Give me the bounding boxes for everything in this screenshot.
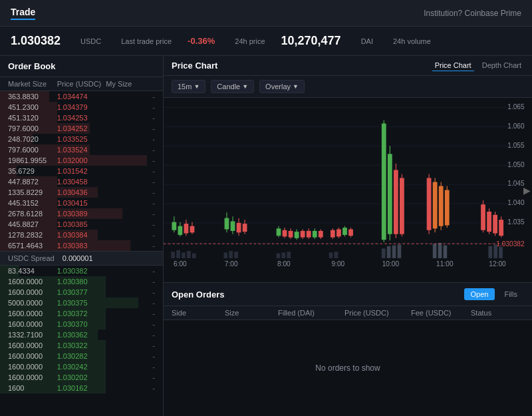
ask-row[interactable]: 451.2300 1.034379 -	[0, 102, 163, 112]
ask-my-size: -	[106, 199, 155, 207]
ask-row[interactable]: 451.3120 1.034253 -	[0, 112, 163, 123]
bid-row[interactable]: 1600.0000 1.030370 -	[0, 319, 163, 329]
ask-row[interactable]: 35.6729 1.031542 -	[0, 166, 163, 176]
svg-rect-39	[398, 244, 402, 258]
ask-size: 363.8830	[8, 93, 57, 101]
bid-price: 1.030282	[57, 352, 106, 360]
svg-rect-25	[182, 252, 186, 258]
bid-my-size: -	[106, 310, 155, 317]
ask-row[interactable]: 248.7020 1.033525 -	[0, 134, 163, 144]
svg-rect-23	[171, 252, 175, 258]
bid-size: 1332.7100	[8, 331, 57, 339]
svg-rect-37	[387, 246, 391, 258]
ask-row[interactable]: 1335.8229 1.030436 -	[0, 187, 163, 198]
ask-row[interactable]: 363.8830 1.034474 -	[0, 91, 163, 102]
candlestick-chart: 1.065 1.060 1.055 1.050 1.045 1.040 1.03…	[164, 98, 532, 282]
ask-price: 1.034252	[57, 124, 106, 132]
svg-text:9:00: 9:00	[331, 260, 344, 268]
chart-controls: 15m ▼ Candle ▼ Overlay ▼	[164, 76, 532, 98]
ask-row[interactable]: 797.6000 1.033524 -	[0, 144, 163, 155]
header-right: Institution? Coinbase Prime	[424, 9, 521, 18]
tab-fills[interactable]: Fills	[497, 288, 524, 300]
svg-text:1.055: 1.055	[507, 140, 525, 148]
bid-row[interactable]: 1600.0000 1.030242 -	[0, 361, 163, 372]
svg-rect-47	[172, 222, 176, 230]
bids-section: 83.4334 1.030382 - 1600.0000 1.030380 - …	[0, 266, 163, 416]
svg-rect-32	[282, 252, 286, 258]
ask-price: 1.033525	[57, 135, 106, 143]
svg-rect-83	[342, 228, 347, 235]
bid-row[interactable]: 1332.7100 1.030362 -	[0, 329, 163, 340]
svg-rect-65	[283, 230, 287, 237]
tab-price-chart[interactable]: Price Chart	[432, 60, 474, 71]
svg-text:12:00: 12:00	[489, 260, 506, 268]
svg-text:1.030382: 1.030382	[496, 239, 525, 247]
timeframe-label: 15m	[178, 83, 192, 91]
bid-row[interactable]: 1600 1.030162 -	[0, 383, 163, 393]
overlay-button[interactable]: Overlay ▼	[259, 80, 305, 93]
svg-rect-31	[277, 254, 281, 258]
ask-price: 1.030415	[57, 199, 106, 207]
svg-text:1.035: 1.035	[507, 218, 525, 226]
svg-text:11:00: 11:00	[436, 260, 454, 268]
orders-tabs: Open Fills	[464, 288, 524, 300]
ask-size: 6571.4643	[8, 242, 57, 250]
bid-price: 1.030242	[57, 363, 106, 371]
bid-price: 1.030362	[57, 331, 106, 339]
svg-rect-63	[277, 228, 281, 236]
svg-text:1.040: 1.040	[507, 198, 525, 206]
ask-my-size: -	[106, 103, 155, 111]
bid-row[interactable]: 83.4334 1.030382 -	[0, 266, 163, 276]
chart-header: Price Chart Price Chart Depth Chart	[164, 56, 532, 76]
bid-my-size: -	[106, 384, 155, 392]
bid-row[interactable]: 1600.0000 1.030377 -	[0, 287, 163, 298]
svg-rect-91	[394, 170, 398, 234]
svg-rect-38	[392, 246, 396, 258]
trade-tab[interactable]: Trade	[11, 7, 35, 20]
svg-rect-77	[319, 231, 323, 238]
bid-row[interactable]: 1600.0000 1.030202 -	[0, 372, 163, 383]
ask-my-size: -	[106, 188, 155, 196]
bid-price: 1.030322	[57, 341, 106, 349]
svg-text:1.065: 1.065	[507, 103, 525, 110]
ask-row[interactable]: 447.8872 1.030458 -	[0, 176, 163, 187]
svg-rect-61	[243, 224, 247, 232]
svg-rect-85	[348, 230, 353, 236]
ask-row[interactable]: 2678.6128 1.030389 -	[0, 208, 163, 219]
bid-row[interactable]: 1600.0000 1.030282 -	[0, 351, 163, 361]
ask-size: 797.6000	[8, 124, 57, 132]
svg-rect-93	[400, 178, 404, 234]
col-price: Price (USDC)	[57, 80, 106, 88]
timeframe-button[interactable]: 15m ▼	[172, 80, 205, 93]
svg-rect-29	[229, 251, 233, 258]
svg-rect-107	[493, 215, 497, 234]
bid-row[interactable]: 5000.0000 1.030375 -	[0, 298, 163, 308]
candle-button[interactable]: Candle ▼	[211, 80, 254, 93]
ask-row[interactable]: 445.3152 1.030415 -	[0, 198, 163, 208]
bid-my-size: -	[106, 267, 155, 275]
bid-row[interactable]: 1600.0000 1.030372 -	[0, 308, 163, 319]
svg-rect-95	[427, 178, 432, 230]
bid-price: 1.030202	[57, 373, 106, 381]
ask-my-size: -	[106, 93, 155, 101]
order-book-headers: Market Size Price (USDC) My Size	[0, 77, 163, 91]
bid-price: 1.030377	[57, 288, 106, 296]
tab-open[interactable]: Open	[464, 288, 495, 300]
col-my-size: My Size	[106, 80, 155, 88]
bid-row[interactable]: 1600.0000 1.030322 -	[0, 340, 163, 351]
svg-rect-44	[493, 244, 497, 258]
ask-row[interactable]: 1278.2832 1.030384 -	[0, 230, 163, 240]
ask-size: 2678.6128	[8, 210, 57, 218]
ask-price: 1.030389	[57, 210, 106, 218]
ask-row[interactable]: 19861.9955 1.032000 -	[0, 155, 163, 166]
svg-text:8:00: 8:00	[277, 260, 291, 268]
ask-row[interactable]: 445.8827 1.030385 -	[0, 219, 163, 230]
ask-row[interactable]: 6571.4643 1.030383 -	[0, 240, 163, 251]
bid-size: 1600.0000	[8, 310, 57, 317]
tab-depth-chart[interactable]: Depth Chart	[479, 60, 524, 71]
bid-row[interactable]: 1600.0000 1.030380 -	[0, 276, 163, 287]
scroll-right-icon[interactable]: ▶	[523, 185, 531, 196]
ask-row[interactable]: 797.6000 1.034252 -	[0, 123, 163, 134]
spread-row: USDC Spread 0.000001	[0, 251, 163, 266]
volume-currency: DAI	[361, 37, 373, 45]
